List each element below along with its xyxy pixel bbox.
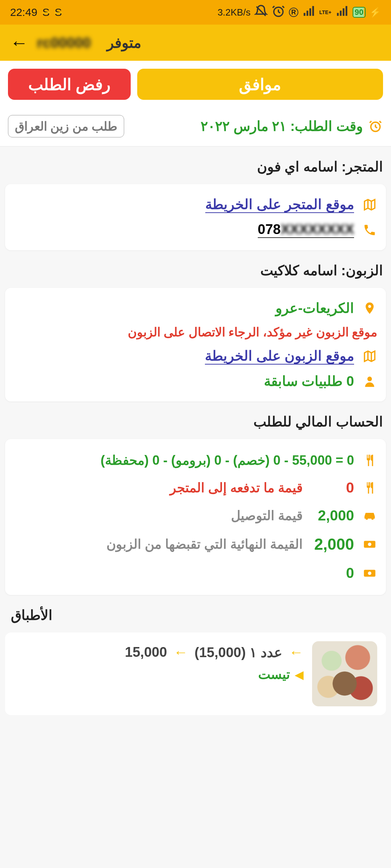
availability-status: متوفر (107, 34, 141, 51)
reject-button[interactable]: رفض الطلب (8, 69, 131, 100)
finance-store-pay-value: 0 (311, 480, 354, 496)
signal-icon-1 (302, 4, 316, 21)
finance-breakdown-row: 0 = 55,000 - 0 (خصم) - 0 (برومو) - 0 (مح… (14, 447, 377, 474)
customer-heading: الزبون: اسامه كلاكيت (0, 250, 391, 288)
dishes-heading: الأطباق (0, 595, 391, 633)
app-bar: ← rc00000 متوفر (0, 25, 391, 61)
finance-store-pay-label: قيمة ما تدفعه إلى المتجر (14, 480, 303, 495)
dish-name: تيست (258, 667, 290, 682)
back-arrow-icon[interactable]: ← (10, 32, 28, 53)
finance-breakdown: 0 = 55,000 - 0 (خصم) - 0 (برومو) - 0 (مح… (14, 453, 354, 468)
finance-delivery-label: قيمة التوصيل (14, 508, 303, 523)
store-phone-row[interactable]: 078XXXXXXXX (14, 217, 377, 242)
cash-icon (362, 566, 377, 580)
utensils-icon (362, 481, 377, 495)
store-map-link[interactable]: موقع المتجر على الخريطة (205, 196, 354, 213)
finance-delivery-row: 2,000 قيمة التوصيل (14, 502, 377, 529)
zain-badge: طلب من زين العراق (8, 115, 124, 137)
alarm-icon (272, 4, 285, 21)
finance-delivery-value: 2,000 (311, 507, 354, 524)
customer-card: الكريعات-عرو موقع الزبون غير مؤكد، الرجا… (5, 288, 386, 401)
utensils-icon (362, 454, 377, 467)
network-speed: 3.2KB/s (218, 7, 251, 18)
phone-icon (362, 223, 377, 237)
dish-qty-price-row: ← عدد ١ (15,000) ← 15,000 (14, 644, 303, 660)
customer-map-link[interactable]: موقع الزبون على الخريطة (205, 348, 354, 365)
prev-orders-count: 0 طلبيات سابقة (264, 373, 354, 389)
customer-map-row[interactable]: موقع الزبون على الخريطة (14, 344, 377, 369)
pin-icon (362, 301, 377, 315)
lte-label: LTE+ (319, 10, 332, 15)
arrow-left-icon: ← (289, 644, 303, 660)
status-icon-2: S (55, 6, 62, 18)
map-icon (362, 198, 377, 212)
finance-store-pay-row: 0 قيمة ما تدفعه إلى المتجر (14, 474, 377, 502)
prev-orders-row: 0 طلبيات سابقة (14, 369, 377, 393)
arrow-left-icon: ← (173, 644, 188, 660)
store-phone[interactable]: 078XXXXXXXX (258, 222, 354, 238)
svg-point-2 (367, 376, 372, 381)
signal-icon-2 (335, 4, 349, 21)
finance-card: 0 = 55,000 - 0 (خصم) - 0 (برومو) - 0 (مح… (5, 439, 386, 595)
store-card: موقع المتجر على الخريطة 078XXXXXXXX (5, 184, 386, 250)
car-icon (362, 509, 377, 523)
customer-address-row: الكريعات-عرو (14, 296, 377, 320)
finance-heading: الحساب المالي للطلب (0, 401, 391, 439)
dish-total: 15,000 (125, 644, 167, 660)
battery-indicator: 90 (353, 7, 366, 18)
dish-item[interactable]: ← عدد ١ (15,000) ← 15,000 ◀ تيست (5, 633, 386, 715)
person-icon (362, 374, 377, 388)
customer-location-warning: موقع الزبون غير مؤكد، الرجاء الاتصال على… (128, 325, 377, 339)
order-time-row: وقت الطلب: ٢١ مارس ٢٠٢٢ طلب من زين العرا… (0, 108, 391, 146)
dish-name-row: ◀ تيست (14, 667, 303, 682)
order-time-label: وقت الطلب: ٢١ مارس ٢٠٢٢ (201, 118, 363, 134)
dish-image (312, 641, 377, 706)
accept-button[interactable]: موافق (137, 69, 383, 100)
map-icon (362, 349, 377, 363)
clock-icon (368, 119, 383, 133)
status-icon-1: S (42, 6, 50, 18)
finance-total-value: 2,000 (311, 535, 354, 553)
driver-id: rc00000 (37, 35, 91, 51)
store-map-row[interactable]: موقع المتجر على الخريطة (14, 192, 377, 217)
action-buttons-row: موافق رفض الطلب (0, 61, 391, 108)
cash-icon (362, 537, 377, 551)
customer-warning-row: موقع الزبون غير مؤكد، الرجاء الاتصال على… (14, 320, 377, 344)
caret-left-icon: ◀ (295, 668, 303, 681)
registered-icon: R (289, 8, 298, 17)
charging-icon: ⚡ (369, 7, 381, 18)
svg-point-6 (368, 571, 371, 575)
dish-qty-price: عدد ١ (15,000) (194, 644, 282, 660)
status-time: 22:49 (10, 6, 37, 18)
mute-icon (254, 4, 268, 21)
customer-address: الكريعات-عرو (276, 300, 354, 316)
store-heading: المتجر: اسامه اي فون (0, 146, 391, 184)
status-bar: 22:49 S S 3.2KB/s R LTE+ 90 ⚡ (0, 0, 391, 25)
finance-total-label: القيمة النهائية التي تقبضها من الزبون (14, 537, 303, 552)
finance-total-row: 2,000 القيمة النهائية التي تقبضها من الز… (14, 529, 377, 559)
finance-extra-value: 0 (311, 565, 354, 581)
svg-point-4 (368, 542, 371, 546)
finance-extra-row: 0 (14, 559, 377, 587)
